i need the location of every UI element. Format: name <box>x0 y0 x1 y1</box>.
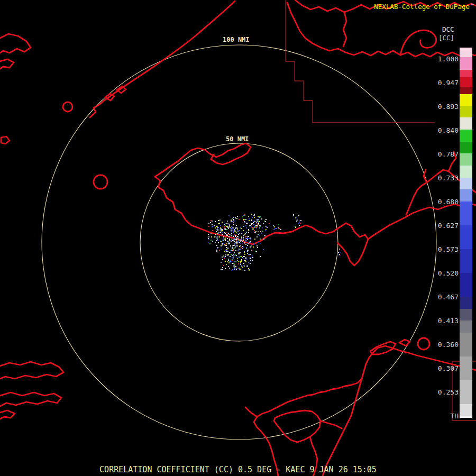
radar-echo-pixel <box>251 219 252 221</box>
radar-echo-pixel <box>242 241 243 242</box>
radar-echo-pixel <box>216 251 217 252</box>
radar-echo-pixel <box>223 255 224 257</box>
radar-echo-pixel <box>231 231 232 232</box>
radar-echo-pixel <box>252 257 253 258</box>
radar-echo-pixel <box>222 230 223 231</box>
radar-echo-pixel <box>248 236 249 237</box>
radar-echo-pixel <box>235 228 236 229</box>
colorbar-unit-label: [CC] <box>438 34 454 42</box>
radar-echo-pixel <box>276 228 277 229</box>
radar-echo-pixel <box>218 227 219 228</box>
radar-echo-pixel <box>216 240 217 241</box>
coastline-path <box>362 348 378 379</box>
radar-echo-pixel <box>234 243 235 244</box>
radar-echo-pixel <box>226 247 227 248</box>
radar-echo-pixel <box>247 245 248 246</box>
radar-echo-pixel <box>253 244 254 245</box>
radar-echo-pixel <box>235 254 236 255</box>
radar-echo-pixel <box>239 219 240 220</box>
radar-echo-pixel <box>231 239 232 240</box>
radar-echo-pixel <box>279 228 280 229</box>
radar-echo-pixel <box>212 226 213 227</box>
radar-echo-pixel <box>226 226 227 227</box>
radar-echo-pixel <box>244 219 245 220</box>
radar-echo-pixel <box>231 235 232 236</box>
radar-echo-pixel <box>233 236 234 237</box>
radar-echo-pixel <box>221 230 222 231</box>
coastline-path <box>245 407 257 417</box>
radar-echo-pixel <box>246 247 247 248</box>
radar-echo-pixel <box>219 223 220 224</box>
radar-echo-pixel <box>228 224 229 225</box>
radar-echo-pixel <box>243 256 244 257</box>
radar-echo-pixel <box>240 227 241 228</box>
radar-echo-pixel <box>245 261 246 262</box>
radar-echo-pixel <box>235 236 236 237</box>
radar-echo-pixel <box>300 223 301 224</box>
radar-echo-pixel <box>220 227 221 228</box>
radar-echo-pixel <box>256 227 257 228</box>
colorbar-tick-label: 1.000 <box>437 55 459 63</box>
radar-echo-pixel <box>236 268 237 269</box>
radar-echo-pixel <box>210 222 211 223</box>
radar-echo-pixel <box>234 241 235 242</box>
colorbar-tick-label: 0.893 <box>437 103 459 111</box>
radar-echo-pixel <box>217 227 218 228</box>
colorbar-tick-label: 0.787 <box>437 150 459 159</box>
radar-echo-pixel <box>233 254 234 255</box>
radar-echo-pixel <box>254 217 255 218</box>
radar-echo-pixel <box>217 226 218 227</box>
radar-echo-pixel <box>218 242 219 243</box>
radar-echo-pixel <box>215 221 216 222</box>
radar-echo-pixel <box>225 223 226 224</box>
radar-echo-pixel <box>239 240 240 241</box>
radar-echo-pixel <box>254 214 255 215</box>
radar-echo-layer <box>208 214 341 271</box>
radar-echo-pixel <box>224 226 225 227</box>
radar-echo-pixel <box>249 225 250 226</box>
radar-echo-pixel <box>264 235 265 236</box>
coastline-path <box>155 177 476 244</box>
radar-echo-pixel <box>210 220 212 221</box>
radar-echo-pixel <box>255 231 257 232</box>
radar-echo-pixel <box>251 214 252 215</box>
radar-echo-pixel <box>241 236 242 237</box>
radar-echo-pixel <box>280 229 281 230</box>
site-title: NEXLAB-College of DuPage™ <box>374 3 474 11</box>
radar-echo-pixel <box>248 243 249 244</box>
radar-echo-pixel <box>229 239 230 240</box>
radar-echo-pixel <box>240 263 241 264</box>
radar-echo-pixel <box>239 268 240 269</box>
radar-echo-pixel <box>236 237 237 239</box>
radar-echo-pixel <box>225 244 226 245</box>
radar-echo-pixel <box>228 243 229 244</box>
radar-echo-pixel <box>253 215 254 216</box>
radar-echo-pixel <box>257 226 258 227</box>
radar-echo-pixel <box>221 245 222 246</box>
radar-echo-pixel <box>224 227 225 228</box>
radar-echo-pixel <box>226 264 227 265</box>
radar-echo-pixel <box>234 244 235 245</box>
radar-echo-pixel <box>250 241 251 242</box>
colorbar-tick-label: 0.680 <box>437 198 459 206</box>
radar-echo-pixel <box>227 241 228 242</box>
radar-echo-pixel <box>257 245 258 246</box>
radar-echo-pixel <box>243 237 244 238</box>
radar-echo-pixel <box>253 222 254 223</box>
radar-echo-pixel <box>242 216 243 217</box>
radar-echo-pixel <box>233 240 234 241</box>
radar-echo-pixel <box>266 219 267 220</box>
radar-echo-pixel <box>245 233 246 234</box>
radar-echo-pixel <box>260 243 261 244</box>
radar-echo-pixel <box>296 221 297 222</box>
radar-echo-pixel <box>237 250 239 251</box>
radar-echo-pixel <box>248 268 249 269</box>
radar-echo-pixel <box>220 225 221 226</box>
radar-echo-pixel <box>231 261 232 262</box>
radar-echo-pixel <box>221 249 222 250</box>
radar-echo-pixel <box>226 229 227 230</box>
radar-echo-pixel <box>232 263 233 264</box>
radar-echo-pixel <box>226 249 227 250</box>
radar-echo-pixel <box>245 238 246 239</box>
radar-echo-pixel <box>234 261 235 262</box>
